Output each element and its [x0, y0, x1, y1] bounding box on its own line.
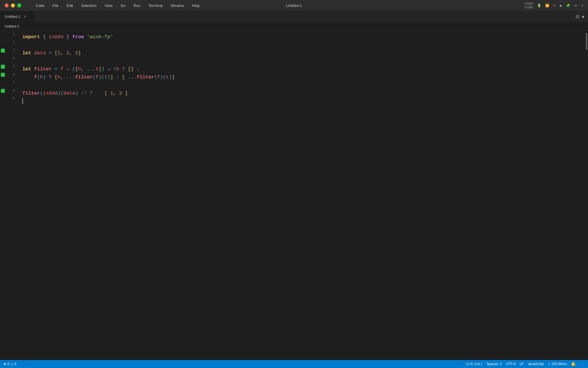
- gutter-row-7: 7: [0, 79, 20, 87]
- person-icon[interactable]: 👤: [580, 362, 585, 366]
- extensions-icon: 🧩: [566, 4, 570, 7]
- t5i: [110, 66, 113, 72]
- line-number-6: 6: [6, 72, 17, 77]
- warning-icon: △: [11, 362, 13, 366]
- maximize-button[interactable]: [17, 3, 21, 7]
- breakpoint-6[interactable]: [0, 73, 6, 77]
- token-from: from: [72, 34, 84, 40]
- menu-edit[interactable]: Edit: [65, 3, 74, 8]
- cast-icon: ⊙: [553, 4, 556, 7]
- t5j: [119, 66, 122, 72]
- status-spaces[interactable]: Spaces: 2: [487, 362, 502, 366]
- t6spread: ...: [66, 74, 75, 80]
- traffic-lights: [5, 3, 21, 7]
- gutter-row-2: 2: [0, 39, 20, 47]
- t6pf: ): [107, 74, 110, 80]
- t5l: [134, 66, 137, 72]
- scrollbar-track[interactable]: [585, 30, 588, 368]
- menu-run[interactable]: Run: [132, 3, 142, 8]
- t6bc: [: [122, 74, 125, 80]
- error-count: 0: [7, 362, 9, 366]
- menu-view[interactable]: View: [103, 3, 114, 8]
- t6e: [113, 74, 116, 80]
- token-brace-open: {: [43, 34, 46, 40]
- code-line-8: filter ( isOdd ) ( data ) // ? [ 1 , 3 ]: [22, 89, 585, 97]
- t8sp2: [93, 91, 105, 96]
- status-errors[interactable]: ⊗ 0 △ 0: [3, 362, 16, 366]
- t6spread2: ...: [128, 74, 137, 80]
- code-line-3: let data = [ 1 , 2 , 3 ]: [22, 49, 585, 57]
- network-info: 0 KB/s 0 KB/s: [525, 2, 533, 9]
- tab-close-icon[interactable]: ✕: [24, 15, 26, 19]
- token-space3: [63, 34, 66, 40]
- breakpoint-3[interactable]: [0, 49, 6, 53]
- minimize-button[interactable]: [11, 3, 15, 7]
- t6a: [46, 74, 49, 80]
- empty-line-7: [22, 83, 25, 88]
- t5a: [31, 66, 34, 72]
- menu-file[interactable]: File: [51, 3, 60, 8]
- code-area[interactable]: import { isOdd } from 'wink-fp' let: [20, 30, 585, 368]
- token-eq-5: =: [55, 66, 57, 72]
- line-number-8: 8: [6, 89, 17, 93]
- token-colon5: :: [137, 66, 140, 72]
- token-filter6b: filter: [137, 74, 154, 80]
- t5c: [57, 66, 60, 72]
- t8pc: (: [61, 91, 63, 96]
- token-f5: f: [61, 66, 63, 72]
- status-language[interactable]: JavaScript: [528, 362, 544, 366]
- close-button[interactable]: [5, 3, 9, 7]
- notifications-icon[interactable]: 🔔: [571, 362, 576, 366]
- token-colon6: :: [116, 74, 119, 80]
- t6f2: [119, 74, 122, 80]
- line-number-5: 5: [6, 64, 17, 69]
- t6bd: ]: [172, 74, 175, 80]
- apple-menu[interactable]: [25, 5, 27, 6]
- split-editor-icon[interactable]: ⊟: [576, 14, 579, 19]
- token-paren5a: (: [72, 66, 75, 72]
- line-number-2: 2: [6, 40, 17, 45]
- menu-selection[interactable]: Selection: [80, 3, 97, 8]
- token-sp3a: [31, 50, 34, 56]
- token-isOdd8: isOdd: [43, 91, 57, 96]
- status-timing: ✓ 203.90ms: [548, 362, 567, 366]
- token-f6: f: [34, 74, 37, 80]
- t8pd: ): [75, 91, 78, 96]
- t8n1: 1: [110, 91, 113, 96]
- menu-go[interactable]: Go: [119, 3, 127, 8]
- token-bracket5c: [: [128, 66, 131, 72]
- menu-window[interactable]: Window: [169, 3, 185, 8]
- code-line-1: import { isOdd } from 'wink-fp': [22, 33, 585, 41]
- breakpoint-8[interactable]: [0, 89, 6, 93]
- t8pb: ): [57, 91, 60, 96]
- menu-terminal[interactable]: Terminal: [147, 3, 164, 8]
- status-ln-col[interactable]: Ln 9, Col 1: [466, 362, 482, 366]
- scrollbar-thumb[interactable]: [586, 33, 587, 50]
- dot-icon: ●: [582, 14, 585, 19]
- menu-code[interactable]: Code: [34, 3, 46, 8]
- code-line-5: let filter = f ⇒ ( [ h , ... t ] ): [22, 65, 585, 73]
- token-isOdd: isOdd: [49, 34, 63, 40]
- t6ph: ): [160, 74, 163, 80]
- breakpoint-5[interactable]: [0, 65, 6, 69]
- token-filter8: filter: [22, 91, 40, 96]
- token-data8: data: [63, 91, 75, 96]
- line-number-1: 1: [6, 32, 17, 37]
- t6c: ,: [61, 74, 63, 80]
- gutter-row-1: 1: [0, 30, 20, 39]
- tab-untitled-1[interactable]: Untitled-1 ✕: [0, 11, 34, 22]
- control-icon: ▶: [560, 4, 562, 7]
- status-eol[interactable]: LF: [520, 362, 524, 366]
- t5f: ,: [81, 66, 84, 72]
- token-bracket5b: ]: [98, 66, 101, 72]
- breadcrumb-text: Untitled-1: [5, 24, 19, 28]
- t5k: [125, 66, 128, 72]
- status-encoding[interactable]: UTF-8: [506, 362, 516, 366]
- menu-help[interactable]: Help: [191, 3, 201, 8]
- window-title: Untitled-1: [286, 3, 302, 8]
- battery-icon: 🔋: [537, 4, 541, 7]
- t5e: [69, 66, 72, 72]
- tab-actions-right: ⊟ ●: [576, 11, 588, 22]
- token-import: import: [22, 34, 40, 40]
- token-string: 'wink-fp': [87, 34, 113, 40]
